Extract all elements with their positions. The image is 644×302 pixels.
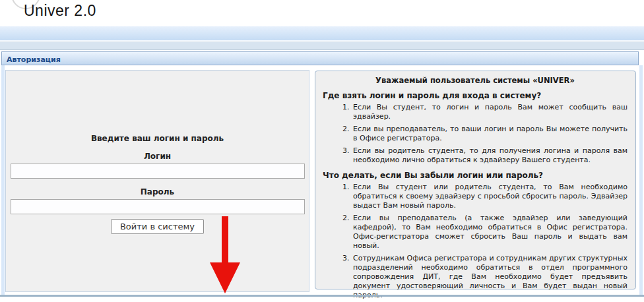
list-item: Если Вы студент или родитель студента, т… — [352, 183, 628, 210]
info-heading-where: Где взять логин и пароль для входа в сис… — [323, 91, 628, 100]
password-input[interactable] — [11, 199, 305, 214]
app-title: Univer 2.0 — [24, 2, 96, 20]
info-heading-forgot: Что делать, если Вы забыли логин или пар… — [323, 171, 628, 180]
list-item: Если вы преподаватель (а также эдвайзер … — [352, 214, 628, 251]
down-arrow-icon — [210, 216, 240, 293]
form-heading: Введите ваш логин и пароль — [6, 134, 309, 143]
section-title: Авторизация — [7, 55, 61, 64]
secondary-bar — [0, 42, 644, 50]
container-border-right — [639, 65, 643, 295]
info-list-forgot: Если Вы студент или родитель студента, т… — [323, 183, 628, 300]
login-label: Логин — [6, 152, 309, 161]
password-label: Пароль — [6, 187, 309, 196]
list-item: Если Вы студент, то логин и пароль Вам м… — [352, 103, 628, 121]
list-item: Сотрудникам Офиса регистратора и сотрудн… — [352, 254, 628, 300]
info-list-where: Если Вы студент, то логин и пароль Вам м… — [323, 103, 628, 165]
list-item: Если вы родитель студента, то для получе… — [352, 146, 628, 165]
section-header-authorization: Авторизация — [1, 51, 639, 65]
container-border-left — [1, 65, 5, 295]
info-panel: Уважаемый пользователь системы «UNIVER» … — [315, 71, 636, 289]
login-panel: Введите ваш логин и пароль Логин Пароль … — [5, 70, 309, 292]
login-button[interactable]: Войти в систему — [111, 219, 204, 234]
login-page: Univer 2.0 Авторизация Введите ваш логин… — [0, 0, 644, 302]
info-greeting: Уважаемый пользователь системы «UNIVER» — [323, 76, 628, 85]
top-nav-bar — [0, 26, 644, 41]
login-input[interactable] — [11, 164, 305, 179]
container-border-bottom — [0, 295, 644, 297]
button-row: Войти в систему — [6, 219, 309, 234]
list-item: Если вы преподаватель, то ваши логин и п… — [352, 125, 628, 143]
